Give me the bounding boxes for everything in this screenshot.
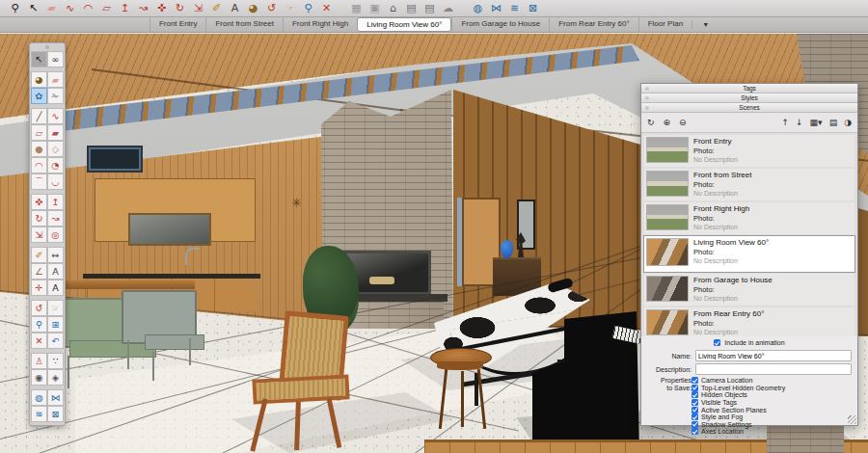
tool-dimension-icon[interactable]: ↔ <box>47 247 64 263</box>
tool-display-section-fill-icon[interactable]: ⊠ <box>47 406 64 422</box>
scene-tab[interactable]: From Garage to House <box>451 17 549 32</box>
scene-list-item[interactable]: Front Right High Photo: No Description <box>644 202 854 234</box>
property-checkbox[interactable] <box>692 407 698 413</box>
scene-list-item[interactable]: From Rear Entry 60° Photo: No Descriptio… <box>644 307 854 336</box>
view-options-icon[interactable]: ▦▾ <box>810 114 823 131</box>
tool-knife-icon[interactable]: ✁ <box>47 88 64 104</box>
scenes-panel-header[interactable]: Scenes <box>641 103 857 113</box>
tool-eraser-icon[interactable]: ▰ <box>47 71 64 88</box>
scene-tab[interactable]: Front Right High <box>283 17 357 32</box>
move-icon[interactable]: ✜ <box>152 0 171 16</box>
rectangle-icon[interactable]: ▱ <box>97 0 116 16</box>
tool-pattern-paint-icon[interactable]: ✿ <box>31 88 47 104</box>
select-icon[interactable]: ↖ <box>24 0 42 16</box>
tool-display-section-cuts-icon[interactable]: ≋ <box>31 406 47 422</box>
tool-select-icon[interactable]: ↖ <box>31 51 47 67</box>
search-icon[interactable]: ⚲ <box>6 0 24 16</box>
tool-scale-icon[interactable]: ⇲ <box>31 226 47 243</box>
property-checkbox[interactable] <box>692 385 698 391</box>
tool-3d-text-icon[interactable]: A <box>47 280 64 296</box>
move-scene-up-icon[interactable]: ↑ <box>782 114 790 131</box>
scene-list-item[interactable]: From Garage to House Photo: No Descripti… <box>644 274 854 306</box>
scene-list-item[interactable]: Front Entry Photo: No Description <box>644 135 854 167</box>
collapse-dot-icon[interactable] <box>645 87 649 91</box>
property-checkbox[interactable] <box>692 377 698 384</box>
tool-arc-icon[interactable]: ◠ <box>31 157 47 173</box>
remove-scene-icon[interactable]: ⊖ <box>679 114 687 131</box>
previous-view-icon[interactable]: ▦ <box>347 0 366 16</box>
scene-list-item[interactable]: Living Room View 60° Photo: No Descripti… <box>644 236 854 272</box>
tool-text-icon[interactable]: A <box>47 263 64 280</box>
tool-tape-measure-icon[interactable]: ✐ <box>31 247 47 263</box>
display-section-fill-icon[interactable]: ⊠ <box>524 0 542 16</box>
scene-tab[interactable]: Living Room View 60° <box>357 17 451 32</box>
tool-pan-icon[interactable]: ☞ <box>47 300 64 316</box>
tool-circle-icon[interactable]: ● <box>31 141 47 157</box>
tool-line-icon[interactable]: ╱ <box>31 108 47 124</box>
tool-protractor-icon[interactable]: ∠ <box>31 263 47 280</box>
section-plane-icon[interactable]: ◍ <box>469 0 487 16</box>
tape-measure-icon[interactable]: ✐ <box>207 0 226 16</box>
tool-freehand-icon[interactable]: ∿ <box>47 108 64 124</box>
paint-bucket-icon[interactable]: ◕ <box>244 0 262 16</box>
show-details-icon[interactable]: ▤ <box>829 114 838 131</box>
tool-three-point-arc-icon[interactable]: ◡ <box>47 173 64 190</box>
scene-tabs-overflow-icon[interactable]: ▼ <box>692 20 719 29</box>
tool-lasso-icon[interactable]: ∞ <box>47 51 64 67</box>
scale-icon[interactable]: ⇲ <box>189 0 207 16</box>
scene-tab[interactable]: Front from Street <box>205 17 282 32</box>
scene-tab[interactable]: From Rear Entry 60° <box>549 17 637 32</box>
page-setup-icon[interactable]: ▤ <box>420 0 439 16</box>
tags-panel-header[interactable]: Tags <box>641 84 857 93</box>
toggle-details-icon[interactable]: ◑ <box>844 114 852 131</box>
text-icon[interactable]: A <box>226 0 244 16</box>
property-checkbox[interactable] <box>692 391 698 398</box>
tool-pie-icon[interactable]: ◔ <box>47 157 64 173</box>
print-icon[interactable]: ▤ <box>402 0 420 16</box>
scene-name-input[interactable] <box>695 350 852 361</box>
tool-polygon-icon[interactable]: ◇ <box>47 141 64 157</box>
collapse-dot-icon[interactable] <box>645 106 649 110</box>
tool-zoom-extents-icon[interactable]: ✕ <box>31 333 47 349</box>
scene-description-input[interactable] <box>695 363 852 375</box>
resize-handle[interactable] <box>848 415 856 424</box>
property-checkbox[interactable] <box>692 421 698 428</box>
tool-axes-icon[interactable]: ✛ <box>31 280 47 296</box>
move-scene-down-icon[interactable]: ↓ <box>796 114 803 131</box>
eraser-icon[interactable]: ▰ <box>42 0 61 16</box>
tool-previous-view-icon[interactable]: ↶ <box>47 333 64 349</box>
home-icon[interactable]: ⌂ <box>384 0 402 16</box>
pan-icon[interactable]: ☞ <box>281 0 299 16</box>
tool-position-camera-icon[interactable]: ♙ <box>31 353 47 369</box>
tool-two-point-arc-icon[interactable]: ⌒ <box>31 173 47 190</box>
tool-orbit-icon[interactable]: ↺ <box>31 300 47 316</box>
display-section-cuts-icon[interactable]: ≋ <box>505 0 524 16</box>
tool-paint-bucket-icon[interactable]: ◕ <box>31 71 47 88</box>
scene-list-item[interactable]: Front from Street Photo: No Description <box>644 169 854 200</box>
tool-walk-icon[interactable]: ∵ <box>47 353 64 369</box>
tool-pivot-icon[interactable]: ◈ <box>47 369 64 386</box>
tool-section-plane-icon[interactable]: ◍ <box>31 389 47 406</box>
styles-panel-header[interactable]: Styles <box>641 93 857 103</box>
follow-me-icon[interactable]: ↝ <box>134 0 152 16</box>
tool-look-around-icon[interactable]: ◉ <box>31 369 47 386</box>
zoom-icon[interactable]: ⚲ <box>299 0 317 16</box>
scene-tab[interactable]: Floor Plan <box>638 17 692 32</box>
share-model-icon[interactable]: ☁ <box>439 0 457 16</box>
collapse-dot-icon[interactable] <box>645 96 649 100</box>
tool-zoom-window-icon[interactable]: ⊞ <box>47 316 64 333</box>
display-section-planes-icon[interactable]: ⋈ <box>487 0 505 16</box>
arc-icon[interactable]: ◠ <box>79 0 97 16</box>
tool-zoom-icon[interactable]: ⚲ <box>31 316 47 333</box>
tool-rotate-icon[interactable]: ↻ <box>31 210 47 226</box>
orbit-icon[interactable]: ↺ <box>262 0 281 16</box>
freehand-icon[interactable]: ∿ <box>61 0 79 16</box>
update-scene-icon[interactable]: ↻ <box>647 114 655 131</box>
add-scene-icon[interactable]: ⊕ <box>664 114 671 131</box>
property-checkbox[interactable] <box>692 399 698 406</box>
tool-move-icon[interactable]: ✜ <box>31 194 47 210</box>
property-checkbox[interactable] <box>692 413 698 420</box>
tool-offset-icon[interactable]: ◎ <box>47 226 64 243</box>
tool-follow-me-icon[interactable]: ↝ <box>47 210 64 226</box>
tool-rectangle-icon[interactable]: ▱ <box>31 124 47 141</box>
